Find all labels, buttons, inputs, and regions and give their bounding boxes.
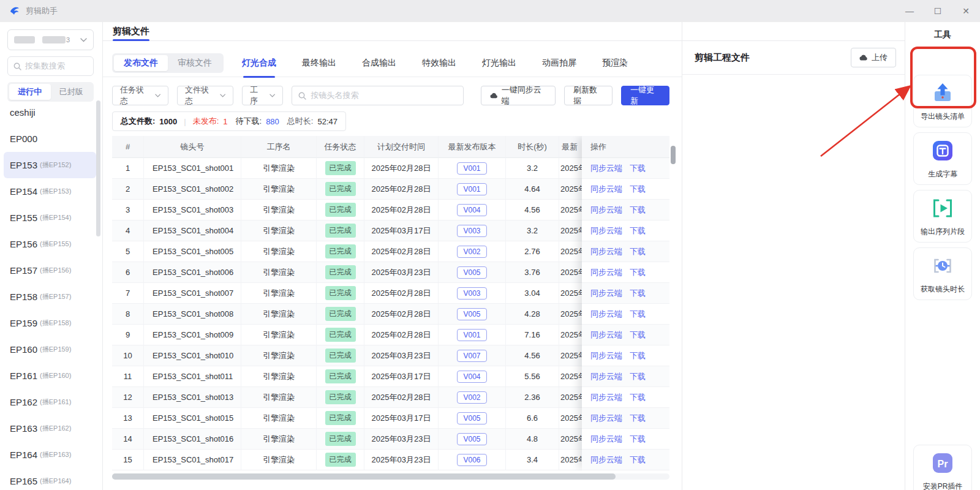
- tool-export-sequence[interactable]: 输出序列片段: [913, 190, 972, 243]
- latest-version: V001: [439, 179, 506, 200]
- sync-cloud-link[interactable]: 同步云端: [590, 330, 622, 341]
- sidebar-scrollbar[interactable]: [96, 100, 100, 236]
- download-link[interactable]: 下载: [630, 392, 646, 403]
- download-link[interactable]: 下载: [630, 434, 646, 445]
- tab-最终输出[interactable]: 最终输出: [302, 50, 336, 77]
- tab-合成输出[interactable]: 合成输出: [362, 50, 396, 77]
- download-link[interactable]: 下载: [630, 330, 646, 341]
- download-link[interactable]: 下载: [630, 163, 646, 174]
- version-badge[interactable]: V005: [457, 412, 486, 424]
- table-horizontal-scrollbar[interactable]: [112, 473, 616, 480]
- sidebar-item-episode[interactable]: EP158(播EP157): [4, 284, 96, 310]
- sync-cloud-link[interactable]: 同步云端: [590, 371, 622, 382]
- version-badge[interactable]: V006: [457, 454, 486, 466]
- download-link[interactable]: 下载: [630, 267, 646, 278]
- process-dropdown[interactable]: 工序: [242, 86, 283, 105]
- update-button[interactable]: 一键更新: [621, 86, 669, 105]
- tool-get-shot-duration[interactable]: 获取镜头时长: [913, 247, 972, 300]
- sync-cloud-link[interactable]: 同步云端: [590, 184, 622, 195]
- tool-export-shot-list[interactable]: 导出镜头清单: [913, 75, 972, 127]
- minimize-icon[interactable]: —: [895, 0, 924, 22]
- sync-cloud-link[interactable]: 同步云端: [590, 163, 622, 174]
- download-link[interactable]: 下载: [630, 246, 646, 257]
- sync-cloud-link[interactable]: 同步云端: [590, 454, 622, 466]
- close-icon[interactable]: ✕: [952, 0, 980, 22]
- sync-cloud-link[interactable]: 同步云端: [590, 205, 622, 216]
- download-link[interactable]: 下载: [630, 454, 646, 466]
- file-type-segment: 发布文件审核文件: [112, 53, 224, 73]
- version-badge[interactable]: V007: [457, 350, 486, 362]
- sidebar-item-episode[interactable]: EP154(播EP153): [4, 178, 96, 205]
- version-badge[interactable]: V003: [457, 287, 486, 300]
- download-link[interactable]: 下载: [630, 309, 646, 320]
- download-link[interactable]: 下载: [630, 205, 646, 216]
- sync-cloud-link[interactable]: 同步云端: [590, 413, 622, 424]
- file-status-dropdown[interactable]: 文件状态: [177, 86, 233, 105]
- version-badge[interactable]: V001: [457, 162, 486, 175]
- sidebar-item-episode[interactable]: EP161(播EP160): [4, 363, 96, 389]
- upload-button[interactable]: 上传: [851, 48, 896, 67]
- version-badge[interactable]: V004: [457, 204, 486, 216]
- row-index: 11: [112, 366, 144, 387]
- sync-cloud-link[interactable]: 同步云端: [590, 225, 622, 236]
- sync-cloud-link[interactable]: 同步云端: [590, 392, 622, 403]
- duration-seconds: 3.04: [506, 283, 559, 304]
- tab-edit-files[interactable]: 剪辑文件: [113, 26, 149, 37]
- version-badge[interactable]: V005: [457, 433, 486, 445]
- download-link[interactable]: 下载: [630, 350, 646, 361]
- version-badge[interactable]: V002: [457, 391, 486, 404]
- sidebar-item-episode[interactable]: EP165(播EP164): [4, 468, 96, 490]
- version-badge[interactable]: V001: [457, 183, 486, 195]
- sidebar-item-episode[interactable]: EP164(播EP163): [4, 442, 96, 468]
- project-selector[interactable]: 3: [7, 29, 94, 50]
- refresh-button[interactable]: 刷新数据: [564, 86, 612, 105]
- file-type-tab[interactable]: 审核文件: [168, 55, 222, 71]
- search-icon: [13, 62, 21, 70]
- sidebar-item-episode[interactable]: EP163(播EP162): [4, 415, 96, 442]
- sync-cloud-link[interactable]: 同步云端: [590, 350, 622, 361]
- tab-预渲染[interactable]: 预渲染: [602, 50, 628, 77]
- sidebar-item-episode[interactable]: EP156(播EP155): [4, 231, 96, 257]
- sidebar-item-episode[interactable]: EP159(播EP158): [4, 310, 96, 336]
- sync-cloud-link[interactable]: 同步云端: [590, 288, 622, 299]
- sidebar-item-episode[interactable]: ceshiji: [4, 99, 96, 126]
- shot-search-input[interactable]: 按镜头名搜索: [292, 86, 463, 105]
- sidebar-item-episode[interactable]: EP153(播EP152): [4, 152, 96, 178]
- tab-灯光输出[interactable]: 灯光输出: [482, 50, 516, 77]
- download-link[interactable]: 下载: [630, 413, 646, 424]
- row-index: 6: [112, 262, 144, 283]
- tool-pr-plugin[interactable]: Pr安装PR插件: [913, 445, 972, 490]
- version-badge[interactable]: V005: [457, 266, 486, 279]
- file-type-tab[interactable]: 发布文件: [114, 55, 168, 71]
- download-link[interactable]: 下载: [630, 371, 646, 382]
- download-link[interactable]: 下载: [630, 288, 646, 299]
- sidebar-item-episode[interactable]: EP160(播EP159): [4, 336, 96, 363]
- task-status-dropdown[interactable]: 任务状态: [112, 86, 168, 105]
- sidebar-item-episode[interactable]: EP157(播EP156): [4, 257, 96, 284]
- tab-动画拍屏[interactable]: 动画拍屏: [542, 50, 576, 77]
- sidebar-item-episode[interactable]: EP155(播EP154): [4, 205, 96, 231]
- version-badge[interactable]: V005: [457, 308, 486, 320]
- sync-cloud-link[interactable]: 同步云端: [590, 246, 622, 257]
- sync-cloud-link[interactable]: 同步云端: [590, 434, 622, 445]
- sync-cloud-link[interactable]: 同步云端: [590, 309, 622, 320]
- download-link[interactable]: 下载: [630, 184, 646, 195]
- version-badge[interactable]: V003: [457, 225, 486, 237]
- tool-generate-subtitle[interactable]: 生成字幕: [913, 132, 972, 185]
- tools-panel: 工具 导出镜头清单生成字幕输出序列片段获取镜头时长Pr安装PR插件: [905, 22, 980, 490]
- sync-cloud-link[interactable]: 同步云端: [590, 267, 622, 278]
- tab-灯光合成[interactable]: 灯光合成: [242, 50, 276, 77]
- sync-cloud-button[interactable]: 一键同步云端: [481, 86, 556, 105]
- version-badge[interactable]: V004: [457, 371, 486, 383]
- sidebar-item-episode[interactable]: EP162(播EP161): [4, 389, 96, 415]
- episode-search-input[interactable]: 按集数搜索: [7, 56, 94, 76]
- sidebar-item-episode[interactable]: EP000: [4, 126, 96, 152]
- maximize-icon[interactable]: ☐: [924, 0, 952, 22]
- version-badge[interactable]: V001: [457, 329, 486, 341]
- process-name: 引擎渲染: [241, 241, 317, 262]
- download-link[interactable]: 下载: [630, 225, 646, 236]
- version-badge[interactable]: V002: [457, 246, 486, 258]
- table-vertical-scrollbar[interactable]: [671, 146, 676, 164]
- tab-特效输出[interactable]: 特效输出: [422, 50, 456, 77]
- chevron-down-icon: [80, 38, 87, 42]
